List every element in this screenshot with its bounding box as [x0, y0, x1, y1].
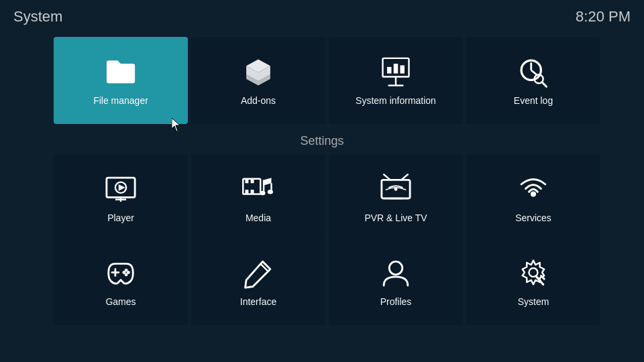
tile-profiles-label: Profiles [380, 296, 412, 307]
tile-media[interactable]: Media [191, 154, 325, 241]
svg-line-14 [542, 82, 547, 87]
clock: 8:20 PM [576, 8, 631, 25]
svg-rect-7 [387, 67, 392, 74]
tile-profiles[interactable]: Profiles [329, 238, 463, 325]
tile-interface-label: Interface [240, 296, 276, 307]
tile-games[interactable]: Games [54, 238, 188, 325]
svg-point-42 [389, 261, 402, 275]
svg-point-43 [529, 268, 538, 277]
header: System 8:20 PM [0, 0, 644, 34]
tile-pvr-live-tv[interactable]: PVR & Live TV [329, 154, 463, 241]
tile-games-label: Games [105, 296, 136, 307]
svg-rect-22 [251, 179, 254, 184]
media-icon [241, 172, 276, 207]
settings-section-label: Settings [0, 134, 644, 148]
services-icon [516, 172, 551, 207]
tile-file-manager[interactable]: File manager [54, 37, 188, 124]
svg-point-40 [127, 271, 130, 274]
box-icon [241, 55, 276, 90]
chart-icon [378, 55, 413, 90]
tile-media-label: Media [246, 213, 271, 223]
svg-rect-9 [400, 65, 405, 73]
folder-icon [103, 55, 138, 90]
settings-grid: Player Media [54, 154, 600, 318]
svg-rect-8 [394, 64, 398, 74]
svg-point-39 [122, 271, 125, 274]
clock-search-icon [516, 55, 551, 90]
app-title: System [13, 8, 62, 25]
tile-system-information[interactable]: System information [329, 37, 463, 124]
tile-services[interactable]: Services [466, 154, 600, 241]
tile-pvr-label: PVR & Live TV [364, 213, 427, 223]
svg-point-34 [531, 191, 536, 196]
tile-interface[interactable]: Interface [191, 238, 325, 325]
tile-event-log[interactable]: Event log [466, 37, 600, 124]
player-icon [103, 172, 138, 207]
tile-player[interactable]: Player [54, 154, 188, 241]
tile-system-label: System [518, 296, 549, 307]
system-icon [516, 256, 551, 291]
tile-player-label: Player [107, 213, 134, 223]
svg-point-32 [394, 188, 398, 191]
tile-event-log-label: Event log [514, 95, 553, 106]
interface-icon [241, 256, 276, 291]
tile-system-info-label: System information [356, 95, 436, 106]
svg-rect-24 [251, 190, 254, 194]
top-tiles-row: File manager Add-ons System information [54, 37, 600, 124]
tile-add-ons-label: Add-ons [241, 95, 276, 106]
svg-marker-17 [119, 184, 125, 191]
tile-file-manager-label: File manager [93, 95, 148, 106]
gamepad-icon [103, 256, 138, 291]
tile-system[interactable]: System [466, 238, 600, 325]
svg-point-28 [268, 190, 273, 194]
tile-services-label: Services [515, 213, 551, 223]
svg-point-27 [260, 191, 265, 196]
svg-rect-21 [246, 179, 249, 184]
svg-line-12 [531, 70, 537, 75]
svg-rect-23 [246, 190, 249, 194]
tv-icon [378, 172, 413, 207]
profile-icon [378, 256, 413, 291]
tile-add-ons[interactable]: Add-ons [191, 37, 325, 124]
